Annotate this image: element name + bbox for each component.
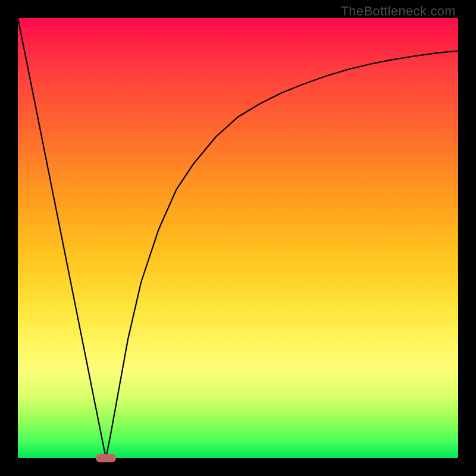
watermark-text: TheBottleneck.com (341, 4, 456, 19)
bottleneck-curve (18, 18, 458, 458)
plot-area (18, 18, 458, 458)
chart-frame: TheBottleneck.com (0, 0, 476, 476)
optimal-marker (96, 454, 116, 462)
